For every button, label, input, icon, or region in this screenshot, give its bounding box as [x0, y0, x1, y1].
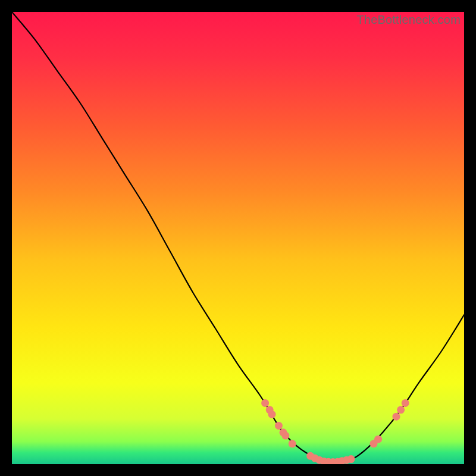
data-marker	[275, 422, 283, 430]
watermark-label: TheBottleneck.com	[356, 13, 461, 27]
chart-frame: TheBottleneck.com	[12, 12, 464, 464]
gradient-background	[12, 12, 464, 464]
data-marker	[393, 413, 400, 421]
bottleneck-chart	[12, 12, 464, 464]
data-marker	[261, 399, 269, 407]
data-marker	[289, 440, 296, 447]
data-marker	[397, 406, 405, 414]
data-marker	[268, 411, 276, 418]
data-marker	[402, 399, 409, 407]
data-marker	[347, 455, 355, 463]
data-marker	[281, 432, 289, 440]
data-marker	[374, 436, 382, 443]
